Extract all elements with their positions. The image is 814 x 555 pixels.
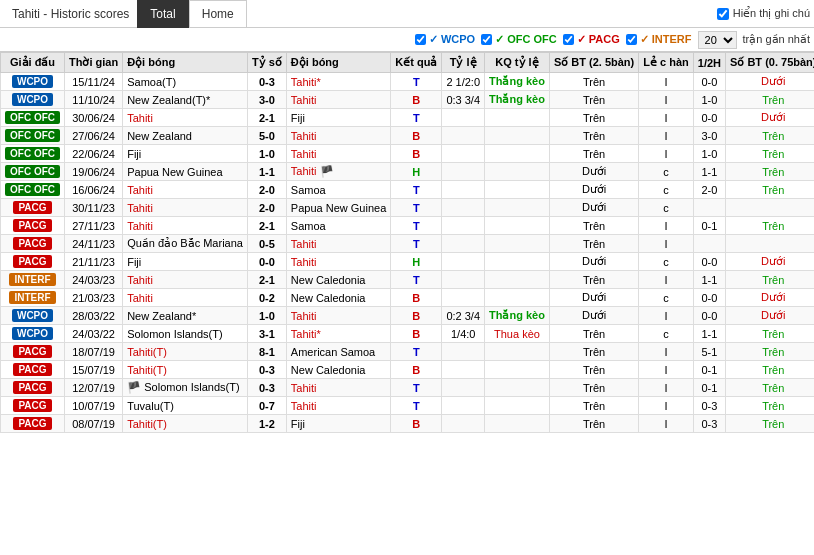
table-row: INTERF 24/03/23 Tahiti 2-1 New Caledonia… — [1, 271, 815, 289]
cell-result: T — [391, 73, 442, 91]
table-row: INTERF 21/03/23 Tahiti 0-2 New Caledonia… — [1, 289, 815, 307]
competition-badge: PACG — [13, 237, 51, 250]
cell-sobt2: Trên — [726, 163, 814, 181]
cell-date: 10/07/19 — [65, 397, 123, 415]
cell-odds — [442, 397, 485, 415]
wcpo-label: ✓ WCPO — [429, 33, 475, 46]
cell-result: B — [391, 127, 442, 145]
cell-odds-result — [485, 199, 550, 217]
cell-half: 0-3 — [693, 415, 725, 433]
cell-odds: 0:3 3/4 — [442, 91, 485, 109]
cell-lec: I — [639, 127, 694, 145]
cell-odds-result — [485, 145, 550, 163]
cell-score: 0-2 — [247, 289, 286, 307]
tab-home[interactable]: Home — [189, 0, 247, 28]
cell-lec: I — [639, 379, 694, 397]
cell-result: T — [391, 181, 442, 199]
cell-tren-duoi: Trên — [549, 325, 638, 343]
competition-badge: PACG — [13, 219, 51, 232]
cell-date: 12/07/19 — [65, 379, 123, 397]
col-ket-qua: Kết quả — [391, 53, 442, 73]
cell-half: 0-0 — [693, 253, 725, 271]
competition-badge: PACG — [13, 201, 51, 214]
cell-tren-duoi: Trên — [549, 415, 638, 433]
cell-lec: I — [639, 109, 694, 127]
count-select[interactable]: 20 10 30 — [698, 31, 737, 49]
cell-lec: c — [639, 199, 694, 217]
competition-badge: INTERF — [9, 291, 55, 304]
cell-half: 0-1 — [693, 379, 725, 397]
cell-lec: c — [639, 163, 694, 181]
interf-checkbox[interactable] — [626, 34, 637, 45]
cell-lec: c — [639, 253, 694, 271]
cell-half: 0-1 — [693, 361, 725, 379]
cell-odds — [442, 379, 485, 397]
cell-result: B — [391, 361, 442, 379]
cell-date: 16/06/24 — [65, 181, 123, 199]
cell-team1: Tahiti — [123, 181, 248, 199]
cell-badge: OFC OFC — [1, 145, 65, 163]
cell-score: 2-1 — [247, 271, 286, 289]
cell-odds — [442, 163, 485, 181]
cell-team2: Tahiti — [286, 145, 390, 163]
wcpo-checkbox[interactable] — [415, 34, 426, 45]
cell-score: 3-1 — [247, 325, 286, 343]
cell-sobt2: Trên — [726, 361, 814, 379]
cell-score: 1-0 — [247, 307, 286, 325]
hien-thi-checkbox[interactable] — [717, 8, 729, 20]
cell-odds-result — [485, 163, 550, 181]
cell-badge: PACG — [1, 361, 65, 379]
pacg-checkbox[interactable] — [563, 34, 574, 45]
cell-odds-result — [485, 181, 550, 199]
cell-score: 0-7 — [247, 397, 286, 415]
cell-team1: Fiji — [123, 253, 248, 271]
cell-odds — [442, 181, 485, 199]
cell-date: 30/11/23 — [65, 199, 123, 217]
cell-score: 3-0 — [247, 91, 286, 109]
pacg-label: ✓ PACG — [577, 33, 620, 46]
ofc-checkbox[interactable] — [481, 34, 492, 45]
cell-team2: Tahiti — [286, 379, 390, 397]
competition-badge: OFC OFC — [5, 147, 60, 160]
cell-date: 11/10/24 — [65, 91, 123, 109]
competition-badge: PACG — [13, 381, 51, 394]
cell-odds — [442, 199, 485, 217]
table-row: OFC OFC 16/06/24 Tahiti 2-0 Samoa T Dưới… — [1, 181, 815, 199]
cell-score: 2-0 — [247, 181, 286, 199]
cell-odds — [442, 109, 485, 127]
table-row: PACG 30/11/23 Tahiti 2-0 Papua New Guine… — [1, 199, 815, 217]
filter-wcpo: ✓ WCPO — [415, 33, 475, 46]
cell-team2: Tahiti — [286, 235, 390, 253]
cell-odds-result — [485, 415, 550, 433]
cell-odds-result — [485, 253, 550, 271]
cell-odds-result — [485, 271, 550, 289]
cell-team1: Fiji — [123, 145, 248, 163]
table-row: WCPO 28/03/22 New Zealand* 1-0 Tahiti B … — [1, 307, 815, 325]
competition-badge: WCPO — [12, 93, 53, 106]
cell-badge: WCPO — [1, 91, 65, 109]
cell-odds — [442, 145, 485, 163]
table-row: WCPO 24/03/22 Solomon Islands(T) 3-1 Tah… — [1, 325, 815, 343]
cell-half: 1-1 — [693, 271, 725, 289]
cell-result: B — [391, 325, 442, 343]
cell-tren-duoi: Trên — [549, 127, 638, 145]
cell-date: 18/07/19 — [65, 343, 123, 361]
competition-badge: OFC OFC — [5, 129, 60, 142]
cell-tren-duoi: Trên — [549, 217, 638, 235]
competition-badge: OFC OFC — [5, 165, 60, 178]
table-row: WCPO 11/10/24 New Zealand(T)* 3-0 Tahiti… — [1, 91, 815, 109]
cell-sobt2: Dưới — [726, 253, 814, 271]
cell-odds-result: Thắng kèo — [485, 307, 550, 325]
hien-thi-label: Hiển thị ghi chú — [733, 7, 810, 20]
cell-half: 5-1 — [693, 343, 725, 361]
cell-badge: OFC OFC — [1, 109, 65, 127]
tab-total[interactable]: Total — [137, 0, 188, 28]
cell-tren-duoi: Trên — [549, 343, 638, 361]
col-le-c-han: Lẻ c hàn — [639, 53, 694, 73]
page-title: Tahiti - Historic scores — [4, 7, 137, 21]
competition-badge: WCPO — [12, 75, 53, 88]
cell-team2: New Caledonia — [286, 271, 390, 289]
cell-half: 1-0 — [693, 145, 725, 163]
competition-badge: WCPO — [12, 327, 53, 340]
cell-odds-result: Thắng kèo — [485, 91, 550, 109]
